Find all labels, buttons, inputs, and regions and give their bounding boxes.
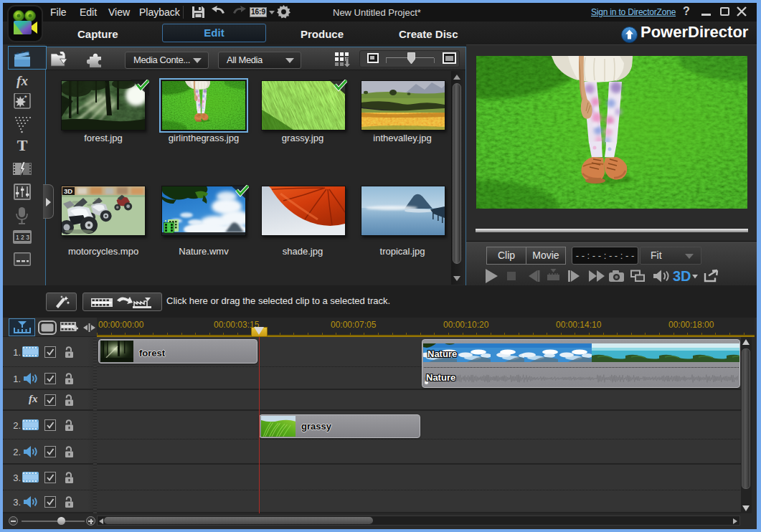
svg-text:1 2 3: 1 2 3 — [16, 234, 29, 241]
svg-text:3D: 3D — [64, 187, 72, 195]
svg-text:3D: 3D — [673, 268, 691, 284]
svg-text:*: * — [24, 94, 27, 101]
